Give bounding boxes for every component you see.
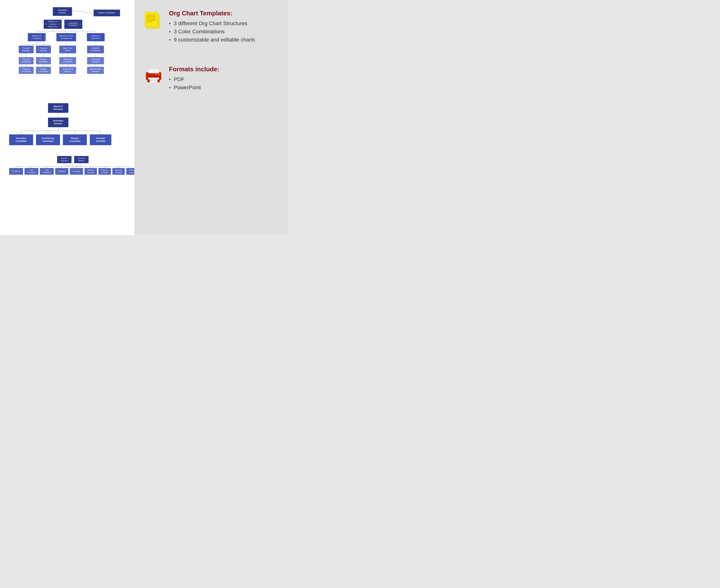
node-prog-mgr1: ProgramManager [19,46,34,53]
formats-item-1: PDF [169,75,278,84]
chart3-container: Board ofDirectors ExecutiveDirector Pres… [5,156,130,185]
node-dir-fund-dev: Director of FundDevelopment [57,33,76,41]
formats-feature: Formats include: PDF PowerPoint [144,65,278,92]
node-dir-operations: Director ofOperations [87,33,105,41]
node-board-dir3: Board ofDirectors [57,156,71,163]
node-prog-coord1a: ProgramCoordinator [19,57,34,64]
right-panel: Org Chart Templates: 3 different Org Cha… [134,0,288,235]
templates-text: Org Chart Templates: 3 different Org Cha… [169,9,278,44]
formats-title: Formats include: [169,65,278,73]
node-prog-coord2b: ProgramCoordinator [36,67,51,74]
node-exec-director: ExecutiveDirector [53,7,72,16]
node-member-large2: Memberat Large [99,168,111,175]
node-dir-human-res: Director ofHumanResources [44,20,62,29]
templates-list: 3 different Org Chart Structures 3 Color… [169,19,278,44]
templates-item-1: 3 different Org Chart Structures [169,19,278,27]
node-exec-assistance: ExecutiveAssistance [64,20,82,29]
svg-rect-62 [157,80,160,82]
node-admin-asst: AdministrativeAssistant [87,67,104,74]
node-treasurer: Treasurer [55,168,68,175]
node-member-large1: Memberat Large [84,168,97,175]
org-chart-3: Board ofDirectors ExecutiveDirector Pres… [5,156,130,185]
formats-list: PDF PowerPoint [169,75,278,92]
node-annual-fund: Annual FundManager [59,67,76,74]
node-board-dir2: Board ofDirectors [48,103,68,113]
node-finance-committee: FinanceCommittee [63,134,87,145]
node-dir-programs: Director ofPrograms [28,33,46,41]
node-exec-committee: ExecutiveCommittee [9,134,33,145]
templates-title: Org Chart Templates: [169,9,278,17]
org-chart-1: ExecutiveDirector Board of Directors Dir… [5,7,130,99]
chart1-container: ExecutiveDirector Board of Directors Dir… [5,7,130,99]
svg-rect-54 [148,69,159,73]
node-exec-dir2: ExecutiveDirector [48,118,68,127]
svg-point-59 [158,74,160,75]
svg-rect-58 [148,76,159,78]
paper-stack-icon [144,9,163,30]
svg-rect-55 [148,78,159,82]
templates-item-2: 3 Color Combinations [169,27,278,36]
node-secretary: Secretary [70,168,83,175]
node-major-gifts: Major GiftsOfficer [59,46,76,53]
formats-item-2: PowerPoint [169,84,278,92]
templates-item-3: 9 customizable and editable charts [169,36,278,44]
node-fundraising-committee: FundraisingCommittee [36,134,60,145]
formats-text: Formats include: PDF PowerPoint [169,65,278,92]
node-past-president: PastPresident [40,168,54,175]
left-panel: ExecutiveDirector Board of Directors Dir… [0,0,134,235]
node-accounting-asst: AccountingAssistant [87,57,104,64]
node-marketing-coord: MarketingCoordinator [59,57,76,64]
node-member-large3: Memberat Large [112,168,125,175]
svg-line-1 [72,10,93,13]
node-exec-dir3: ExecutiveDirector [74,156,88,163]
svg-rect-61 [147,80,150,82]
svg-point-60 [156,74,157,75]
printer-icon [144,65,163,82]
templates-feature: Org Chart Templates: 3 different Org Cha… [144,9,278,44]
chart2-container: Board ofDirectors ExecutiveDirector Exec… [5,103,130,151]
org-chart-2: Board ofDirectors ExecutiveDirector Exec… [5,103,130,151]
node-nomination-committee: NominatiCommitte [90,134,111,145]
node-prog-coord1b: ProgramCoordinator [19,67,34,74]
node-prog-mgr2: ProgramManager [36,46,51,53]
node-board-directors-top: Board of Directors [93,9,120,16]
svg-rect-46 [145,12,157,26]
node-vice-president: VicePresident [24,168,38,175]
node-facilities-coord: FacilitiesCoordinator [87,46,104,53]
node-president: President [9,168,23,175]
node-member-large4: Memberat Large [126,168,134,175]
node-prog-coord2a: ProgramCoordinator [36,57,51,64]
